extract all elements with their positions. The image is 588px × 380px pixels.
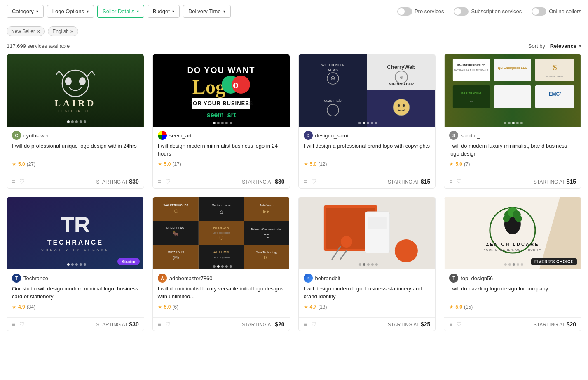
card-6-thumbnail[interactable]: WALKERHUGHES ⬡ Modern House ⌂ Auto Voice… (153, 197, 290, 269)
favorite-icon[interactable]: ♡ (165, 321, 171, 328)
card-3-image: CherryWeb ⊙ WILD HUNTER NEWS ⊛ MINDREADE… (299, 54, 436, 127)
compare-icon[interactable]: ≡ (12, 321, 15, 328)
card-3-seller-name[interactable]: designo_sami (315, 132, 348, 139)
card-4-footer-icons: ≡ ♡ (449, 178, 462, 185)
compare-icon[interactable]: ≡ (158, 178, 161, 185)
favorite-icon[interactable]: ♡ (19, 321, 25, 328)
svg-point-124 (340, 236, 352, 248)
card-4-title[interactable]: I will do modern luxury minimalist, bran… (449, 142, 576, 158)
card-2-seller-name[interactable]: seem_art (169, 132, 192, 139)
card-1-seller-name[interactable]: cynthiawer (23, 132, 49, 139)
card-2-title[interactable]: I will design modern minimalist business… (158, 142, 285, 158)
svg-text:NATURAL HEALTH NUTRITIONALS: NATURAL HEALTH NUTRITIONALS (454, 69, 488, 71)
svg-text:RUNNERFAST: RUNNERFAST (166, 227, 186, 229)
category-filter[interactable]: Category ▾ (7, 5, 44, 18)
svg-text:Ltd: Ltd (470, 100, 473, 102)
filter-bar: Category ▾ Logo Options ▾ Seller Details… (0, 0, 588, 23)
pro-services-toggle[interactable] (397, 7, 412, 16)
card-7-seller-name[interactable]: bebrandbit (315, 275, 340, 281)
svg-point-29 (230, 122, 232, 124)
favorite-icon[interactable]: ♡ (19, 178, 25, 185)
chevron-icon: ▾ (87, 9, 89, 14)
compare-icon[interactable]: ≡ (12, 178, 15, 185)
card-1-avatar: C (12, 131, 21, 140)
card-6-body: A adobemaster7860 I will do minimalist l… (153, 269, 290, 317)
sort-value: Relevance (550, 43, 576, 49)
card-2-thumbnail[interactable]: DO YOU WANT Log o FOR YOUR BUSINESS seem… (153, 54, 290, 127)
svg-point-143 (513, 263, 515, 266)
pro-services-toggle-group: Pro services (397, 7, 444, 16)
starting-at-label: STARTING AT (388, 179, 419, 185)
seller-details-label: Seller Details (103, 8, 134, 14)
card-3-score: 5.0 (310, 161, 317, 167)
card-8-price-value: $20 (567, 321, 576, 328)
favorite-icon[interactable]: ♡ (165, 178, 171, 185)
card-1-price: STARTING AT $30 (96, 178, 139, 185)
svg-rect-88 (244, 221, 289, 245)
card-7-count: (13) (318, 304, 327, 310)
delivery-time-filter[interactable]: Delivery Time ▾ (183, 5, 231, 18)
compare-icon[interactable]: ≡ (304, 178, 307, 185)
logo-options-filter[interactable]: Logo Options ▾ (47, 5, 94, 18)
compare-icon[interactable]: ≡ (158, 321, 161, 328)
sort-by-label: Sort by (528, 43, 545, 49)
compare-icon[interactable]: ≡ (304, 321, 307, 328)
card-1-image: LAIRD LEATHER CO. (7, 54, 144, 127)
svg-point-145 (521, 263, 523, 266)
card-7-title[interactable]: I will design modern logo, business stat… (304, 285, 431, 301)
card-5-thumbnail[interactable]: TR TECHRANCE CREATIVITY SPEAKS Studio (7, 197, 144, 269)
svg-text:NEWS: NEWS (328, 68, 338, 72)
subscription-toggle[interactable] (454, 7, 469, 16)
svg-text:Data Technology: Data Technology (256, 251, 278, 254)
compare-icon[interactable]: ≡ (449, 178, 452, 185)
svg-text:CREATIVITY SPEAKS: CREATIVITY SPEAKS (41, 248, 110, 252)
svg-point-25 (213, 122, 216, 124)
svg-text:IMA ENTERPRISES LTD: IMA ENTERPRISES LTD (457, 64, 485, 66)
card-1-rating: ★ 5.0 (27) (12, 161, 139, 167)
favorite-icon[interactable]: ♡ (457, 178, 462, 185)
card-4-thumbnail[interactable]: IMA ENTERPRISES LTD NATURAL HEALTH NUTRI… (444, 54, 581, 127)
card-6-title[interactable]: I will do minimalist luxury versatile in… (158, 285, 285, 301)
svg-point-26 (217, 122, 220, 124)
card-8-seller-name[interactable]: top_design56 (461, 275, 493, 281)
card-4-seller-name[interactable]: sundar_ (461, 132, 480, 139)
svg-point-80 (75, 263, 78, 266)
favorite-icon[interactable]: ♡ (311, 321, 316, 328)
card-1-price-value: $30 (129, 178, 138, 185)
tag-english-close[interactable]: × (70, 28, 74, 34)
card-1-thumbnail[interactable]: LAIRD LEATHER CO. (7, 54, 144, 127)
sort-by-control[interactable]: Sort by Relevance ▾ (528, 43, 581, 49)
compare-icon[interactable]: ≡ (449, 321, 452, 328)
svg-text:DO YOU WANT: DO YOU WANT (187, 66, 255, 75)
seller-details-filter[interactable]: Seller Details ▾ (97, 5, 144, 18)
card-3-footer-icons: ≡ ♡ (304, 178, 316, 185)
favorite-icon[interactable]: ♡ (457, 321, 462, 328)
card-1-footer: ≡ ♡ STARTING AT $30 (7, 175, 144, 188)
favorite-icon[interactable]: ♡ (311, 178, 316, 185)
card-3-title[interactable]: I will design a professional brand logo … (304, 142, 431, 158)
card-4-footer: ≡ ♡ STARTING AT $15 (444, 175, 581, 188)
card-2-seller-row: seem_art (158, 131, 285, 140)
svg-text:🐂: 🐂 (173, 231, 179, 237)
card-8-thumbnail[interactable]: ZEN CHILDCARE YOUR CHILDREN, OUR PRIORIT… (444, 197, 581, 269)
card-1-title[interactable]: I will do professional unique logo desig… (12, 142, 139, 158)
card-5-count: (34) (27, 304, 35, 310)
card-5-seller-name[interactable]: Techrance (23, 275, 48, 281)
svg-point-45 (397, 104, 400, 107)
svg-point-70 (512, 122, 515, 124)
budget-filter[interactable]: Budget ▾ (148, 5, 180, 18)
card-8: ZEN CHILDCARE YOUR CHILDREN, OUR PRIORIT… (444, 197, 581, 331)
svg-text:Tobacco Communication: Tobacco Communication (251, 228, 282, 231)
card-7-thumbnail[interactable] (299, 197, 436, 269)
svg-text:TR: TR (61, 212, 90, 237)
card-8-title[interactable]: I will do dazzling logo design for compa… (449, 285, 576, 301)
card-3-thumbnail[interactable]: CherryWeb ⊙ WILD HUNTER NEWS ⊛ MINDREADE… (299, 54, 436, 127)
tag-new-seller-close[interactable]: × (37, 28, 40, 34)
card-7-footer: ≡ ♡ STARTING AT $25 (299, 317, 436, 331)
card-6-seller-name[interactable]: adobemaster7860 (169, 275, 213, 281)
card-5-title[interactable]: Our studio will design modern minimal lo… (12, 285, 139, 301)
online-sellers-toggle[interactable] (532, 7, 546, 16)
svg-text:Modern House: Modern House (212, 204, 231, 207)
card-2-body: seem_art I will design modern minimalist… (153, 127, 290, 175)
card-6: WALKERHUGHES ⬡ Modern House ⌂ Auto Voice… (152, 197, 290, 331)
